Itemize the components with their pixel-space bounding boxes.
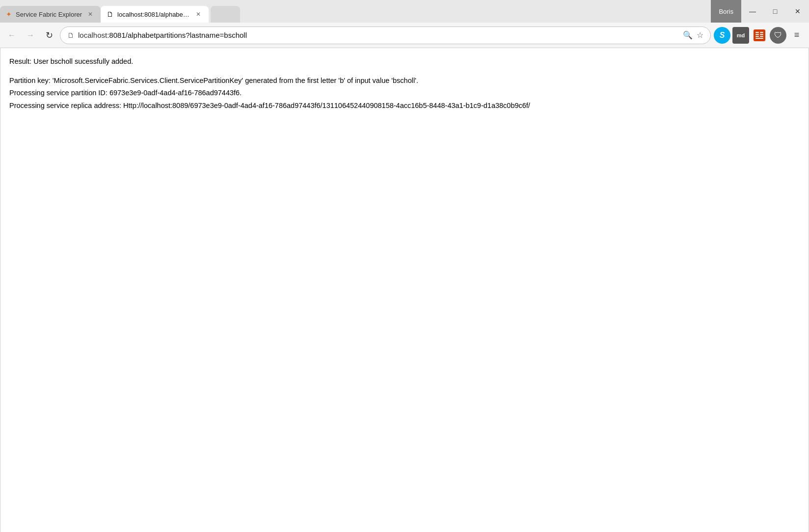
skype-button[interactable]: S <box>714 27 730 44</box>
svg-rect-3 <box>755 36 759 37</box>
bookmark-icon[interactable]: ☆ <box>697 30 703 40</box>
refresh-icon: ↻ <box>46 30 53 41</box>
back-button[interactable]: ← <box>4 27 20 43</box>
shield-button[interactable]: 🛡 <box>770 27 786 44</box>
svg-rect-6 <box>760 36 763 37</box>
tab-service-fabric-close[interactable]: ✕ <box>86 10 95 19</box>
svg-rect-0 <box>754 29 765 41</box>
svg-rect-4 <box>760 32 763 33</box>
office-icon <box>753 28 766 42</box>
tab-localhost[interactable]: 🗋 localhost:8081/alphabetp... ✕ <box>101 6 209 23</box>
partition-key-line: Partition key: 'Microsoft.ServiceFabric.… <box>9 75 800 86</box>
address-box[interactable]: 🗋 localhost:8081/alphabetpartitions?last… <box>60 27 711 44</box>
tab-localhost-label: localhost:8081/alphabetp... <box>117 11 190 18</box>
svg-rect-2 <box>755 34 759 35</box>
md-button[interactable]: md <box>732 27 749 44</box>
page-content: Result: User bscholl sucessfully added. … <box>0 48 809 532</box>
search-icon[interactable]: 🔍 <box>683 30 693 40</box>
office-button[interactable] <box>751 27 768 44</box>
tabs-area: ✦ Service Fabric Explorer ✕ 🗋 localhost:… <box>0 0 711 23</box>
md-icon: md <box>737 32 745 38</box>
svg-rect-7 <box>755 38 763 39</box>
address-text: localhost:8081/alphabetpartitions?lastna… <box>78 31 679 39</box>
menu-button[interactable]: ≡ <box>788 27 805 44</box>
address-path: :8081/alphabetpartitions?lastname=bschol… <box>107 31 247 39</box>
skype-icon: S <box>720 31 725 40</box>
minimize-button[interactable]: — <box>741 0 764 23</box>
info-block: Partition key: 'Microsoft.ServiceFabric.… <box>9 75 800 111</box>
replica-address-line: Processing service replica address: Http… <box>9 100 800 111</box>
svg-rect-1 <box>755 32 759 33</box>
addressbar: ← → ↻ 🗋 localhost:8081/alphabetpartition… <box>0 23 809 48</box>
address-host: localhost <box>78 31 107 39</box>
partition-id-line: Processing service partition ID: 6973e3e… <box>9 87 800 99</box>
new-tab-placeholder <box>211 6 240 23</box>
result-line: Result: User bscholl sucessfully added. <box>9 56 800 67</box>
tab-localhost-close[interactable]: ✕ <box>194 10 203 19</box>
forward-button[interactable]: → <box>23 27 38 43</box>
maximize-button[interactable]: □ <box>764 0 786 23</box>
svg-rect-5 <box>760 34 763 35</box>
tab-service-fabric-icon: ✦ <box>6 10 12 18</box>
toolbar-icons: S md 🛡 ≡ <box>714 27 805 44</box>
tab-service-fabric-label: Service Fabric Explorer <box>16 11 82 18</box>
user-badge: Boris <box>711 0 741 23</box>
close-button[interactable]: ✕ <box>786 0 809 23</box>
tab-service-fabric[interactable]: ✦ Service Fabric Explorer ✕ <box>0 6 101 23</box>
tab-localhost-icon: 🗋 <box>107 10 113 18</box>
refresh-button[interactable]: ↻ <box>41 27 57 43</box>
shield-icon: 🛡 <box>774 31 782 40</box>
window-controls: Boris — □ ✕ <box>711 0 809 23</box>
page-icon: 🗋 <box>67 31 74 39</box>
titlebar: ✦ Service Fabric Explorer ✕ 🗋 localhost:… <box>0 0 809 23</box>
